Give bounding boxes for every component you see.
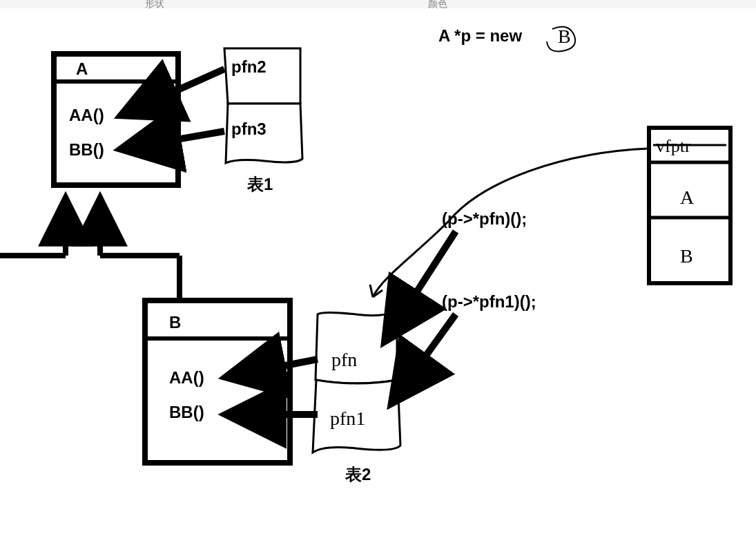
- diagram-canvas: 形状 颜色 A *p = new B A AA() BB() pfn2 pfn3…: [0, 0, 756, 554]
- object-box: vfptr A B: [649, 128, 730, 283]
- call-expr-2: (p->*pfn1)();: [442, 292, 536, 311]
- class-B-box: B AA() BB(): [145, 300, 290, 463]
- arrow-pfn-to-B-AA: [229, 359, 318, 376]
- table1-caption: 表1: [246, 175, 273, 193]
- object-box-A: A: [680, 187, 695, 208]
- class-A-method-AA: AA(): [69, 106, 104, 124]
- code-line-prefix: A *p = new: [438, 26, 522, 45]
- class-A-box: A AA() BB(): [54, 54, 178, 185]
- toolbar-label-color: 颜色: [428, 0, 447, 9]
- arrow-call2-to-pfn1: [394, 314, 456, 401]
- arrow-pfn2-to-AA: [124, 69, 224, 114]
- table2-caption: 表2: [345, 465, 371, 484]
- arrow-pfn3-to-BB: [124, 131, 224, 149]
- inheritance-arrows: [0, 200, 180, 300]
- class-B-method-BB: BB(): [169, 403, 204, 421]
- table1-entry-pfn3: pfn3: [231, 120, 266, 138]
- object-box-B: B: [680, 245, 693, 267]
- toolbar-strip: [0, 0, 756, 8]
- svg-rect-7: [145, 300, 290, 463]
- toolbar-label-shape: 形状: [145, 0, 164, 9]
- class-B-name: B: [169, 313, 181, 332]
- table1-box: pfn2 pfn3 表1: [224, 48, 302, 193]
- table2-entry-pfn: pfn: [331, 349, 357, 370]
- class-A-method-BB: BB(): [69, 140, 104, 159]
- class-A-name: A: [76, 59, 88, 78]
- call-expr-1: (p->*pfn)();: [442, 209, 527, 228]
- class-B-method-AA: AA(): [169, 368, 204, 387]
- table2-entry-pfn1: pfn1: [330, 408, 365, 429]
- table1-entry-pfn2: pfn2: [231, 57, 266, 76]
